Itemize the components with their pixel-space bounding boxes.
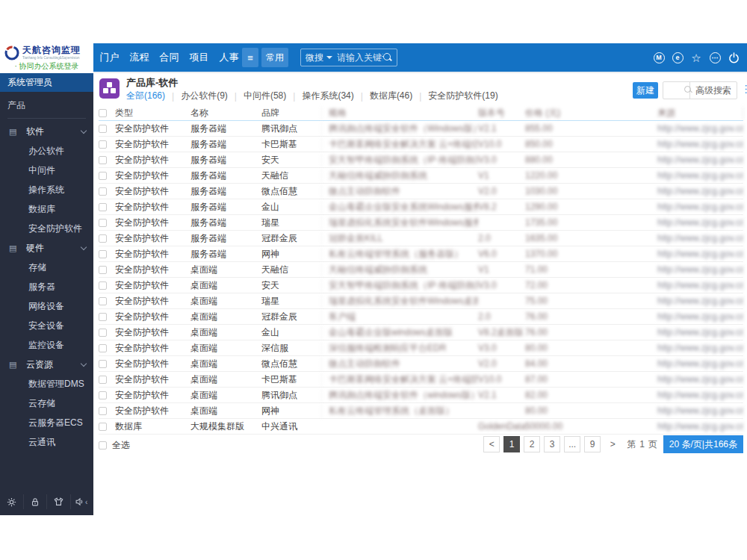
search-icon[interactable] <box>383 53 392 62</box>
row-checkbox[interactable] <box>99 234 107 243</box>
row-checkbox[interactable] <box>99 391 107 399</box>
sidebar-item-监控设备[interactable]: 监控设备 <box>0 335 93 355</box>
sidebar-item-操作系统[interactable]: 操作系统 <box>0 180 93 199</box>
sidebar-item-中间件[interactable]: 中间件 <box>0 161 93 180</box>
row-checkbox[interactable] <box>99 219 107 227</box>
table-row[interactable]: 安全防护软件桌面端网神私有云终端管理系统（桌面版）80.00http://www… <box>99 403 743 419</box>
sidebar-item-安全防护软件[interactable]: 安全防护软件 <box>0 219 93 238</box>
sidebar-item-数据库[interactable]: 数据库 <box>0 199 93 219</box>
page-prev-button[interactable]: < <box>483 436 500 452</box>
row-checkbox[interactable] <box>99 297 107 305</box>
sidebar-item-云存储[interactable]: 云存储 <box>0 393 93 413</box>
tab-数据库(46)[interactable]: 数据库(46) <box>370 90 412 102</box>
sidebar-item-云通讯[interactable]: 云通讯 <box>0 432 93 452</box>
page-button-9[interactable]: 9 <box>584 436 601 452</box>
table-row[interactable]: 安全防护软件桌面端卡巴斯基卡巴斯基网络安全解决方案 云+终端防护（桌面）+02…… <box>99 372 743 388</box>
page-button-2[interactable]: 2 <box>524 436 540 452</box>
nav-item-项目[interactable]: 项目 <box>189 51 209 64</box>
header-checkbox[interactable] <box>99 109 107 117</box>
new-button[interactable]: 新建 <box>633 82 658 99</box>
row-checkbox[interactable] <box>99 250 107 258</box>
nav-item-合同[interactable]: 合同 <box>159 51 179 64</box>
table-row[interactable]: 安全防护软件服务器端冠群金辰冠群金辰KILL2.01635.00http://w… <box>99 231 743 246</box>
table-row[interactable]: 安全防护软件服务器端腾讯御点腾讯御点终端安全软件（Windows版）V2.185… <box>99 121 743 137</box>
collapse-panel-icon[interactable]: ‹ <box>85 498 90 506</box>
sidebar-group-云资源[interactable]: ▤云资源 <box>0 355 93 374</box>
page-button-3[interactable]: 3 <box>544 436 560 452</box>
more-options-icon[interactable]: ⋯ <box>709 52 721 63</box>
page-next-button[interactable]: > <box>604 436 621 452</box>
table-row[interactable]: 安全防护软件服务器端安天安天智甲终端防御系统（IP·终端防御系统）V3.0880… <box>99 152 743 168</box>
theme-shirt-icon[interactable] <box>46 494 70 509</box>
sidebar-group-硬件[interactable]: ▤硬件 <box>0 238 93 258</box>
row-checkbox[interactable] <box>99 407 107 415</box>
table-row[interactable]: 安全防护软件桌面端腾讯御点腾讯御点终端安全软件（windows版）V2.1V2.… <box>99 388 743 403</box>
row-checkbox[interactable] <box>99 156 107 164</box>
table-row[interactable]: 数据库大规模集群版中兴通讯GoldenData s…50000.00http:/… <box>99 419 743 435</box>
table-row[interactable]: 安全防护软件桌面端安天安天智甲终端防御系统（IP·终端防御系统）V3.072.0… <box>99 278 743 293</box>
table-row[interactable]: 安全防护软件服务器端金山金山毒霸企业版安全系统Windows服务器版V8.212… <box>99 199 743 215</box>
power-logout-icon[interactable] <box>728 52 740 63</box>
message-icon[interactable]: e <box>672 52 684 63</box>
tab-办公软件(9)[interactable]: 办公软件(9) <box>181 90 228 102</box>
sidebar-item-办公软件[interactable]: 办公软件 <box>0 141 93 161</box>
favorites-star-icon[interactable]: ☆ <box>690 52 702 63</box>
table-row[interactable]: 安全防护软件服务器端天融信天融信终端威胁防御系统V11220.00http://… <box>99 168 743 184</box>
often-used-button[interactable]: 常用 <box>261 48 288 67</box>
nav-item-流程[interactable]: 流程 <box>129 51 149 64</box>
row-checkbox[interactable] <box>99 423 107 431</box>
table-search-input[interactable] <box>663 86 684 95</box>
sidebar-item-数据管理DMS[interactable]: 数据管理DMS <box>0 374 93 393</box>
sidebar-item-云服务器ECS[interactable]: 云服务器ECS <box>0 413 93 432</box>
sidebar-item-服务器[interactable]: 服务器 <box>0 277 93 296</box>
table-row[interactable]: 安全防护软件服务器端卡巴斯基卡巴斯基网络安全解决方案 云+终端信息安全防护…V1… <box>99 137 743 152</box>
row-checkbox[interactable] <box>99 203 107 211</box>
table-row[interactable]: 安全防护软件服务器端瑞星瑞星虚拟化系统安全软件Windows服务器版1735.0… <box>99 215 743 231</box>
table-row[interactable]: 安全防护软件服务器端微点佰慧微点主动防御软件V2.01030.00http://… <box>99 184 743 199</box>
m-app-icon[interactable]: M <box>653 52 665 63</box>
search-scope-dropdown[interactable]: 微搜 <box>306 52 323 64</box>
table-row[interactable]: 安全防护软件桌面端微点佰慧微点主动防御软件V2.084.00http://www… <box>99 356 743 372</box>
sidebar-item-安全设备[interactable]: 安全设备 <box>0 316 93 335</box>
table-row[interactable]: 安全防护软件服务器端网神私有云终端管理系统（服务器版）V6.01370.00ht… <box>99 246 743 262</box>
row-checkbox[interactable] <box>99 329 107 337</box>
table-row[interactable]: 安全防护软件桌面端金山金山毒霸企业版windows桌面版V8.2桌面版76.00… <box>99 325 743 340</box>
company-logo-icon <box>4 46 19 60</box>
row-checkbox[interactable] <box>99 281 107 290</box>
sound-speaker-icon[interactable]: ‹ <box>70 494 94 509</box>
table-row[interactable]: 安全防护软件桌面端深信服深信服终端检测响应平台EDRV3.080.00http:… <box>99 340 743 356</box>
row-checkbox[interactable] <box>99 344 107 352</box>
table-row[interactable]: 安全防护软件桌面端冠群金辰客户端2.076.00http://www.zjcg.… <box>99 309 743 325</box>
nav-item-门户[interactable]: 门户 <box>99 51 120 64</box>
table-row[interactable]: 安全防护软件桌面端天融信天融信终端威胁防御系统V171.00http://www… <box>99 262 743 278</box>
table-row[interactable]: 安全防护软件桌面端瑞星瑞星虚拟化系统安全软件Windows桌面版75.00htt… <box>99 293 743 309</box>
sidebar-group-软件[interactable]: ▤软件 <box>0 122 93 141</box>
advanced-search-button[interactable]: 高级搜索 <box>689 82 737 99</box>
nav-item-人事[interactable]: 人事 <box>219 51 239 64</box>
select-all-checkbox[interactable] <box>99 441 107 449</box>
search-icon[interactable] <box>684 86 686 95</box>
tab-安全防护软件(19)[interactable]: 安全防护软件(19) <box>428 90 498 102</box>
settings-gear-icon[interactable] <box>0 494 23 509</box>
tab-中间件(58)[interactable]: 中间件(58) <box>244 90 286 102</box>
menu-burger-button[interactable]: ≡ <box>242 48 258 67</box>
lock-icon[interactable] <box>23 494 47 509</box>
row-checkbox[interactable] <box>99 376 107 384</box>
page-jump-current[interactable]: 1 <box>639 439 645 449</box>
row-checkbox[interactable] <box>99 125 107 133</box>
row-checkbox[interactable] <box>99 172 107 180</box>
page-button-...[interactable]: ... <box>564 436 580 452</box>
sidebar-item-存储[interactable]: 存储 <box>0 258 93 277</box>
page-button-1[interactable]: 1 <box>503 436 520 452</box>
sidebar-item-网络设备[interactable]: 网络设备 <box>0 296 93 316</box>
row-checkbox[interactable] <box>99 140 107 149</box>
row-checkbox[interactable] <box>99 313 107 321</box>
tab-全部(166)[interactable]: 全部(166) <box>126 90 165 102</box>
row-checkbox[interactable] <box>99 187 107 196</box>
row-checkbox[interactable] <box>99 266 107 274</box>
global-search-input[interactable] <box>337 52 383 63</box>
page-size-badge[interactable]: 20 条/页|共166条 <box>663 435 743 453</box>
tab-操作系统(34)[interactable]: 操作系统(34) <box>302 90 353 102</box>
collab-login-link[interactable]: · 协同办公系统登录 <box>0 61 93 72</box>
row-checkbox[interactable] <box>99 360 107 368</box>
